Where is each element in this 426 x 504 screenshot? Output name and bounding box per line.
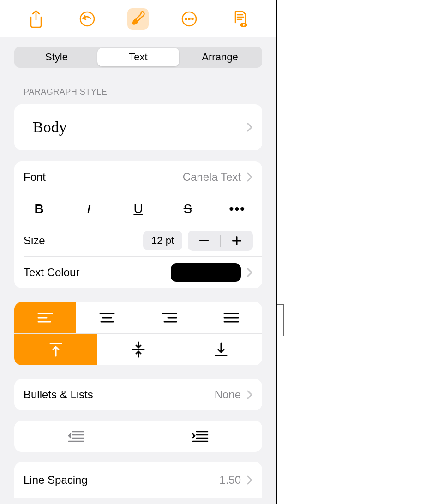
text-colour-row[interactable]: Text Colour bbox=[14, 257, 262, 288]
bullets-card: Bullets & Lists None bbox=[14, 379, 262, 410]
svg-point-0 bbox=[80, 12, 94, 26]
minus-icon bbox=[199, 240, 209, 242]
bullets-label: Bullets & Lists bbox=[24, 388, 215, 401]
chevron-right-icon bbox=[246, 475, 253, 485]
chevron-right-icon bbox=[246, 390, 253, 400]
callout-line-align bbox=[283, 320, 293, 320]
align-left-icon bbox=[37, 312, 53, 323]
more-text-options-button[interactable]: ••• bbox=[213, 193, 262, 225]
size-row: Size 12 pt bbox=[14, 225, 262, 256]
align-center-icon bbox=[99, 312, 115, 323]
bullets-row[interactable]: Bullets & Lists None bbox=[14, 379, 262, 410]
font-value: Canela Text bbox=[183, 171, 241, 184]
document-eye-icon bbox=[233, 10, 248, 28]
align-justify-button[interactable] bbox=[200, 302, 262, 333]
tab-arrange[interactable]: Arrange bbox=[179, 48, 261, 66]
top-toolbar bbox=[0, 0, 276, 37]
line-spacing-card: Line Spacing 1.50 bbox=[14, 462, 262, 498]
paintbrush-icon bbox=[129, 10, 147, 28]
document-options-button[interactable] bbox=[230, 8, 251, 30]
svg-rect-7 bbox=[199, 240, 209, 241]
paragraph-style-value: Body bbox=[24, 108, 246, 146]
line-spacing-value: 1.50 bbox=[219, 474, 241, 486]
valign-top-button[interactable] bbox=[14, 334, 97, 365]
valign-bottom-icon bbox=[215, 342, 228, 357]
text-colour-label: Text Colour bbox=[24, 266, 171, 279]
size-stepper bbox=[188, 231, 253, 251]
font-label: Font bbox=[24, 171, 183, 184]
font-card: Font Canela Text B I U S ••• Size 12 pt bbox=[14, 161, 262, 288]
paragraph-style-header: PARAGRAPH STYLE bbox=[0, 74, 276, 101]
paragraph-style-card: Body bbox=[14, 104, 262, 150]
undo-button[interactable] bbox=[77, 8, 98, 30]
line-spacing-row[interactable]: Line Spacing 1.50 bbox=[14, 462, 262, 498]
align-justify-icon bbox=[223, 312, 239, 323]
indent-button[interactable] bbox=[138, 421, 263, 452]
share-icon bbox=[28, 10, 44, 28]
size-label: Size bbox=[24, 234, 143, 247]
valign-middle-button[interactable] bbox=[97, 334, 180, 365]
indent-card bbox=[14, 421, 262, 452]
align-left-button[interactable] bbox=[14, 302, 76, 333]
align-center-button[interactable] bbox=[76, 302, 138, 333]
font-row[interactable]: Font Canela Text bbox=[14, 161, 262, 193]
bold-button[interactable]: B bbox=[14, 193, 64, 225]
chevron-right-icon bbox=[246, 122, 253, 132]
undo-icon bbox=[78, 10, 96, 28]
strikethrough-button[interactable]: S bbox=[163, 193, 212, 225]
format-button[interactable] bbox=[127, 8, 149, 30]
chevron-right-icon bbox=[246, 267, 253, 278]
size-decrease-button[interactable] bbox=[188, 240, 220, 242]
size-increase-button[interactable] bbox=[221, 236, 253, 245]
paragraph-style-row[interactable]: Body bbox=[14, 104, 262, 150]
vertical-align-row bbox=[14, 334, 262, 365]
svg-rect-9 bbox=[236, 236, 238, 245]
svg-point-2 bbox=[186, 18, 187, 19]
line-spacing-label: Line Spacing bbox=[24, 474, 219, 486]
valign-middle-icon bbox=[132, 341, 145, 358]
callout-bracket-top bbox=[277, 304, 283, 305]
align-right-icon bbox=[162, 312, 177, 323]
outdent-icon bbox=[68, 430, 84, 442]
chevron-right-icon bbox=[246, 172, 253, 182]
more-options-button[interactable] bbox=[179, 8, 200, 30]
bullets-value: None bbox=[215, 388, 241, 401]
valign-bottom-button[interactable] bbox=[180, 334, 262, 365]
outdent-button[interactable] bbox=[14, 421, 138, 452]
align-right-button[interactable] bbox=[138, 302, 200, 333]
underline-button[interactable]: U bbox=[114, 193, 163, 225]
callout-line-spacing bbox=[257, 486, 294, 486]
indent-row bbox=[14, 421, 262, 452]
plus-icon bbox=[232, 236, 241, 245]
callout-bracket-bot bbox=[277, 336, 283, 336]
tab-text[interactable]: Text bbox=[97, 48, 179, 66]
inspector-tabs: Style Text Arrange bbox=[14, 47, 262, 68]
text-style-row: B I U S ••• bbox=[14, 193, 262, 225]
share-button[interactable] bbox=[25, 8, 47, 30]
italic-button[interactable]: I bbox=[64, 193, 113, 225]
alignment-card bbox=[14, 302, 262, 365]
inspector-tabs-wrap: Style Text Arrange bbox=[0, 37, 276, 74]
indent-icon bbox=[192, 430, 209, 442]
size-value-button[interactable]: 12 pt bbox=[143, 231, 182, 250]
tab-style[interactable]: Style bbox=[16, 48, 97, 66]
format-inspector-panel: Style Text Arrange PARAGRAPH STYLE Body … bbox=[0, 0, 277, 504]
svg-point-4 bbox=[192, 18, 193, 19]
horizontal-align-row bbox=[14, 302, 262, 333]
text-colour-swatch bbox=[171, 263, 241, 282]
valign-top-icon bbox=[49, 342, 62, 357]
svg-point-3 bbox=[189, 18, 190, 19]
svg-point-6 bbox=[243, 24, 245, 26]
more-circle-icon bbox=[180, 10, 198, 28]
